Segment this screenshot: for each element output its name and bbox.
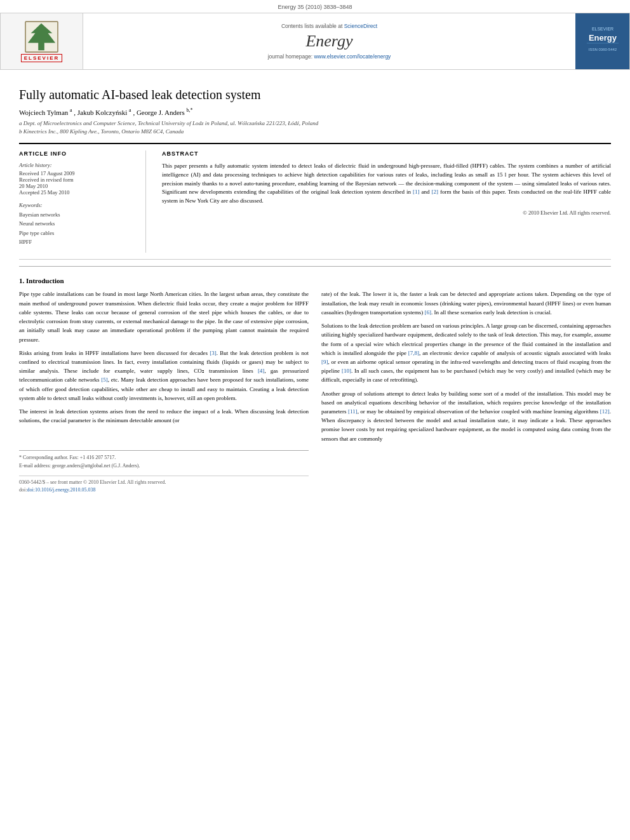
doi-line: Energy 35 (2010) 3838–3848	[278, 4, 352, 10]
article-info-heading: ARTICLE INFO	[19, 150, 136, 157]
accepted-date: Accepted 25 May 2010	[19, 189, 136, 196]
energy-badge-area: ELSEVIER Energy ISSN 0360-5442	[575, 13, 629, 69]
author-sup-a2: a	[129, 107, 131, 113]
abstract-text: This paper presents a fully automatic sy…	[162, 162, 611, 206]
svg-text:ELSEVIER: ELSEVIER	[591, 27, 613, 31]
intro-p2: Risks arising from leaks in HPFF install…	[19, 349, 309, 403]
ref-9[interactable]: [9]	[321, 359, 328, 365]
article-info-column: ARTICLE INFO Article history: Received 1…	[19, 150, 146, 253]
ref-12[interactable]: [12]	[600, 408, 610, 415]
history-label: Article history:	[19, 162, 136, 168]
intro-right-col: rate) of the leak. The lower it is, the …	[321, 290, 611, 495]
elsevier-logo: ELSEVIER	[21, 21, 63, 62]
intro-r-p3: Another group of solutions attempt to de…	[321, 389, 611, 443]
footer-doi: doi:doi:10.1016/j.energy.2010.05.038	[19, 486, 309, 495]
keyword-3: Pipe type cables	[19, 229, 136, 237]
article-history-group: Article history: Received 17 August 2009…	[19, 162, 136, 196]
affiliation-b: b Kinectrics Inc., 800 Kipling Ave., Tor…	[19, 128, 611, 137]
ref-3[interactable]: [3]	[210, 350, 217, 356]
intro-p1: Pipe type cable installations can be fou…	[19, 290, 309, 343]
sciencedirect-line: Contents lists available at ScienceDirec…	[281, 23, 377, 29]
received-date: Received 17 August 2009	[19, 170, 136, 177]
energy-badge: ELSEVIER Energy ISSN 0360-5442	[584, 19, 622, 63]
journal-header: Energy 35 (2010) 3838–3848	[0, 0, 630, 10]
introduction-title: 1. Introduction	[19, 277, 611, 284]
ref-link-2[interactable]: [2]	[432, 189, 439, 195]
keywords-group: Keywords: Bayesian networks Neural netwo…	[19, 202, 136, 247]
svg-text:Energy: Energy	[588, 33, 617, 43]
keyword-1: Bayesian networks	[19, 210, 136, 219]
page-wrapper: Energy 35 (2010) 3838–3848 ELSEVIER Cont…	[0, 0, 630, 840]
elsevier-logo-area: ELSEVIER	[1, 13, 83, 69]
divider	[19, 266, 611, 267]
journal-info-center: Contents lists available at ScienceDirec…	[83, 13, 575, 69]
keywords-list: Bayesian networks Neural networks Pipe t…	[19, 210, 136, 247]
svg-text:ISSN 0360-5442: ISSN 0360-5442	[588, 48, 617, 51]
ref-10[interactable]: [10]	[342, 368, 351, 374]
authors-line: Wojciech Tylman a , Jakub Kolczyński a ,…	[19, 107, 611, 116]
sciencedirect-link[interactable]: ScienceDirect	[344, 23, 377, 29]
footer-info: 0360-5442/$ – see front matter © 2010 El…	[19, 476, 309, 495]
article-info-abstract-section: ARTICLE INFO Article history: Received 1…	[19, 143, 611, 260]
ref-6[interactable]: [6]	[424, 309, 431, 316]
doi-link[interactable]: doi:10.1016/j.energy.2010.05.038	[27, 487, 95, 493]
journal-banner: ELSEVIER Contents lists available at Sci…	[0, 13, 630, 70]
footnote-line: * Corresponding author. Fax: +1 416 207 …	[19, 450, 309, 470]
copyright-line: © 2010 Elsevier Ltd. All rights reserved…	[162, 210, 611, 216]
author-separator1: , Jakub Kolczyński	[74, 109, 129, 116]
section-number: 1.	[19, 277, 24, 284]
author-separator2: , George J. Anders	[133, 109, 186, 116]
intro-p3: The interest in leak detection systems a…	[19, 407, 309, 425]
footnote-area: * Corresponding author. Fax: +1 416 207 …	[19, 450, 309, 495]
section-title-text: Introduction	[26, 277, 64, 284]
introduction-section: 1. Introduction Pipe type cable installa…	[19, 277, 611, 495]
introduction-body: Pipe type cable installations can be fou…	[19, 290, 611, 495]
revised-date: Received in revised form20 May 2010	[19, 177, 136, 189]
abstract-heading: ABSTRACT	[162, 150, 611, 157]
ref-4[interactable]: [4]	[258, 368, 265, 374]
sciencedirect-prefix: Contents lists available at	[281, 23, 342, 29]
ref-5[interactable]: [5]	[101, 377, 108, 383]
abstract-column: ABSTRACT This paper presents a fully aut…	[159, 150, 611, 253]
keyword-2: Neural networks	[19, 219, 136, 228]
article-title: Fully automatic AI-based leak detection …	[19, 88, 611, 102]
footnote-email: E-mail address: george.anders@attglobal.…	[19, 462, 309, 470]
article-content: Fully automatic AI-based leak detection …	[0, 70, 630, 501]
footer-issn: 0360-5442/$ – see front matter © 2010 El…	[19, 479, 309, 487]
homepage-label: journal homepage:	[268, 53, 312, 60]
author-sup-a1: a	[70, 107, 72, 113]
affiliations: a Dept. of Microelectronics and Computer…	[19, 119, 611, 137]
footnote-corresponding: * Corresponding author. Fax: +1 416 207 …	[19, 454, 309, 462]
affiliation-a: a Dept. of Microelectronics and Computer…	[19, 119, 611, 128]
homepage-url[interactable]: www.elsevier.com/locate/energy	[314, 53, 391, 60]
keyword-4: HPFF	[19, 237, 136, 246]
author-sup-b: b,*	[187, 107, 193, 113]
energy-badge-icon: ELSEVIER Energy ISSN 0360-5442	[584, 19, 622, 63]
keywords-heading: Keywords:	[19, 202, 136, 208]
intro-r-p2: Solutions to the leak detection problem …	[321, 321, 611, 385]
ref-11[interactable]: [11]	[348, 408, 358, 415]
elsevier-wordmark: ELSEVIER	[21, 54, 63, 62]
intro-r-p1: rate) of the leak. The lower it is, the …	[321, 290, 611, 317]
intro-left-col: Pipe type cable installations can be fou…	[19, 290, 309, 495]
elsevier-tree-icon	[24, 21, 59, 53]
ref-link-1[interactable]: [1]	[413, 189, 420, 195]
author-wojciech: Wojciech Tylman	[19, 109, 70, 116]
journal-name-banner: Energy	[305, 32, 352, 51]
ref-7-8[interactable]: [7,8]	[408, 350, 419, 356]
journal-homepage-line: journal homepage: www.elsevier.com/locat…	[268, 53, 391, 60]
